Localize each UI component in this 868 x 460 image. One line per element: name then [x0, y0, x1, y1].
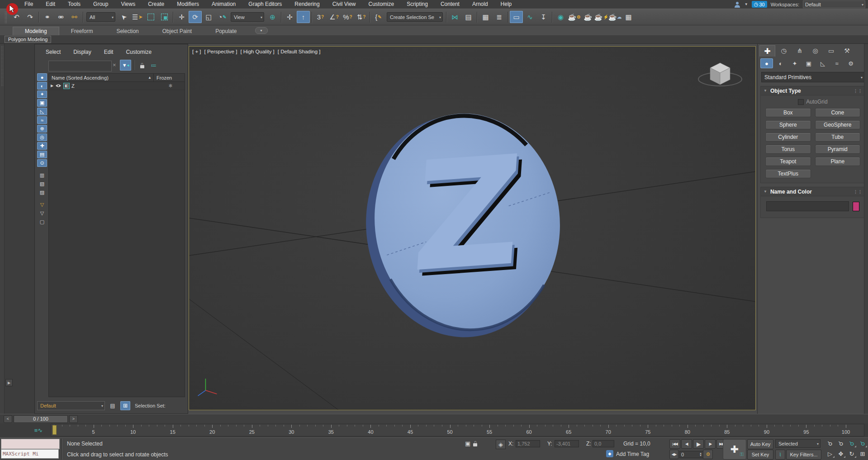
se-toggle-space-warps[interactable]: ≈ [37, 116, 47, 124]
bind-to-space-warp-button[interactable]: ⚯ [68, 11, 81, 23]
cat-systems[interactable]: ⚙ [844, 58, 857, 68]
previous-frame-button[interactable]: ◀| [681, 439, 692, 449]
cat-lights[interactable]: ✦ [788, 58, 801, 68]
zoom-all-button[interactable]: ⚲ [836, 439, 846, 448]
toggle-scene-explorer-button[interactable]: ▦ [479, 11, 492, 23]
add-time-tag[interactable]: Add Time Tag [616, 451, 649, 457]
notification-badge[interactable]: ◷ 30 [752, 1, 767, 8]
render-presets-button[interactable]: ▦ [622, 11, 635, 23]
next-frame-button[interactable]: |▶ [705, 439, 716, 449]
menu-rendering[interactable]: Rendering [288, 0, 326, 9]
object-color-swatch[interactable] [853, 202, 859, 211]
filter-button[interactable]: ▼◂ [120, 60, 131, 71]
create-tube-button[interactable]: Tube [815, 133, 861, 142]
viewport-canvas[interactable]: Z Z Z [189, 47, 755, 410]
menu-modifiers[interactable]: Modifiers [171, 0, 205, 9]
explorer-menu-customize[interactable]: Customize [126, 49, 152, 55]
primitives-dropdown[interactable]: Standard Primitives ▾ [761, 72, 864, 82]
maxscript-mini-listener-white[interactable]: MAXScript Mi [1, 449, 59, 459]
time-configuration-button[interactable]: ⚙ [703, 450, 713, 459]
timeline-playhead[interactable] [52, 425, 57, 435]
use-pivot-point-center-button[interactable]: ⊕ [266, 11, 279, 23]
se-pick-container[interactable]: ▢ [37, 218, 47, 226]
create-pyramid-button[interactable]: Pyramid [815, 145, 861, 154]
object-name-input[interactable] [766, 201, 849, 211]
select-and-manipulate-button[interactable]: ✢ [283, 11, 296, 23]
select-and-uniform-scale-button[interactable]: ◱ [202, 11, 215, 23]
ribbon-tab-freeform[interactable]: Freeform [59, 27, 105, 35]
tab-motion[interactable]: ◎ [808, 45, 823, 56]
workspace-dropdown[interactable]: Default ▾ [803, 0, 865, 8]
maximize-viewport-toggle-button[interactable]: ⊞ [858, 450, 868, 458]
viewport-menu-pov[interactable]: [ Perspective ] [204, 49, 237, 54]
ribbon-tab-modeling[interactable]: Modeling [13, 27, 59, 35]
menu-civil-view[interactable]: Civil View [326, 0, 362, 9]
time-slider-handle[interactable]: 0 / 100 [14, 415, 68, 423]
render-production-button[interactable]: ☕⚡ [595, 11, 608, 23]
isolate-selection-icon[interactable]: ▣ [465, 440, 470, 447]
view-cube[interactable] [695, 54, 745, 92]
ribbon-tab-populate[interactable]: Populate [204, 27, 248, 35]
set-key-button[interactable]: Set Key [747, 450, 773, 460]
angle-snap-toggle-button[interactable]: ∠? [327, 11, 341, 23]
se-toggle-frozen[interactable]: ▥ [37, 171, 47, 179]
menu-create[interactable]: Create [142, 0, 171, 9]
schematic-view-button[interactable]: ↧ [537, 11, 550, 23]
zoom-extents-all-button[interactable]: ⚲ [858, 439, 868, 448]
cat-space-warps[interactable]: ≈ [830, 58, 843, 68]
z-coord-field[interactable] [593, 440, 614, 447]
column-header-name[interactable]: Name (Sorted Ascending) ▲ [49, 74, 154, 81]
tab-display[interactable]: ▭ [824, 45, 839, 56]
next-frame-arrow-button[interactable]: > [69, 415, 78, 423]
tab-hierarchy[interactable]: ⋔ [792, 45, 807, 56]
y-coord-field[interactable] [555, 440, 579, 447]
create-torus-button[interactable]: Torus [765, 145, 811, 154]
se-toggle-bones[interactable]: ✚ [37, 142, 47, 150]
se-toggle-geometry[interactable]: ● [37, 73, 47, 81]
select-by-name-button[interactable]: ☰➤ [131, 11, 144, 23]
create-box-button[interactable]: Box [765, 108, 811, 117]
se-toggle-cameras[interactable]: ▣ [37, 99, 47, 107]
create-geosphere-button[interactable]: GeoSphere [815, 120, 861, 129]
mini-curve-editor-button[interactable]: ≡∿ [31, 425, 46, 436]
perspective-viewport[interactable]: [ + ] [ Perspective ] [ High Quality ] [… [189, 46, 756, 410]
se-filter-combinations[interactable]: ▽ [37, 201, 47, 209]
selection-lock-icon[interactable]: ∩ [473, 441, 477, 446]
coin-object[interactable]: Z Z Z [355, 104, 571, 347]
explorer-menu-select[interactable]: Select [46, 49, 61, 55]
create-cylinder-button[interactable]: Cylinder [765, 133, 811, 142]
key-step-toggle-button[interactable]: ◀▶ [669, 450, 678, 459]
menu-edit[interactable]: Edit [39, 0, 62, 9]
play-animation-button[interactable]: ▶ [693, 439, 704, 449]
name-color-rollout-header[interactable]: ▼ Name and Color ⋮⋮ [761, 187, 865, 196]
autogrid-checkbox[interactable] [798, 99, 804, 105]
cat-cameras[interactable]: ▣ [802, 58, 815, 68]
material-editor-button[interactable]: ◉ [554, 11, 567, 23]
menu-animation[interactable]: Animation [205, 0, 242, 9]
keyboard-shortcut-override-toggle-button[interactable]: ↑ [297, 11, 310, 23]
tab-create[interactable]: ✚ [759, 45, 775, 57]
menu-content[interactable]: Content [434, 0, 466, 9]
object-type-rollout-header[interactable]: ▼ Object Type ⋮⋮ [761, 86, 865, 95]
previous-frame-arrow-button[interactable]: < [4, 415, 12, 423]
pan-view-button[interactable]: ✥ [836, 450, 846, 458]
viewport-menu-quality[interactable]: [ High Quality ] [240, 49, 274, 54]
explorer-preset-dropdown[interactable]: Default ▾ [37, 401, 105, 410]
cat-geometry[interactable]: ● [760, 58, 773, 68]
x-coord-field[interactable] [516, 440, 540, 447]
dock-expand-button[interactable]: ▶ [5, 379, 13, 386]
menu-arnold[interactable]: Arnold [466, 0, 494, 9]
selection-filter-dropdown[interactable]: All▾ [86, 12, 115, 22]
search-input[interactable] [48, 61, 112, 71]
display-children-button[interactable]: ≔ [149, 61, 159, 70]
select-and-place-button[interactable]: ◔✎ [216, 11, 229, 23]
ribbon-tab-selection[interactable]: Selection [104, 27, 150, 35]
tab-utilities[interactable]: ⚒ [840, 45, 854, 56]
lock-cell-editing-button[interactable]: ∩ [137, 61, 147, 70]
create-sphere-button[interactable]: Sphere [765, 120, 811, 129]
create-cone-button[interactable]: Cone [815, 108, 861, 117]
go-to-start-button[interactable]: |◀◀ [669, 439, 680, 449]
se-toggle-containers[interactable]: ▤ [37, 151, 47, 158]
spinner-snap-toggle-button[interactable]: ⇅? [355, 11, 368, 23]
visibility-eye-icon[interactable] [55, 84, 62, 88]
